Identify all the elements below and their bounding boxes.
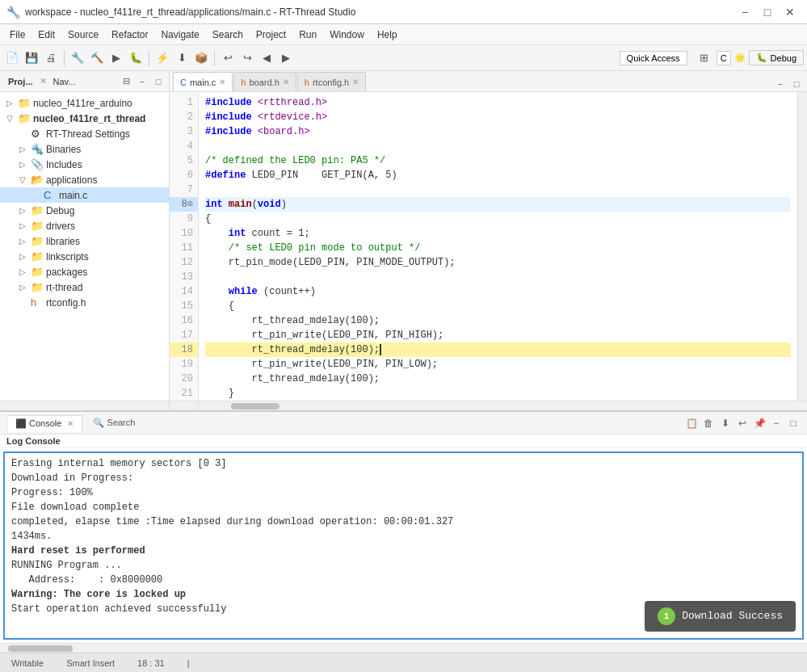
code-line-18: rt_thread_mdelay(100); — [205, 342, 791, 357]
sidebar-maximize-btn[interactable]: □ — [151, 74, 166, 89]
tree-item-packages[interactable]: ▷ 📁 packages — [0, 264, 169, 279]
c-perspective-btn[interactable]: C — [717, 51, 731, 65]
debug-perspective-btn[interactable]: 🐛 Debug — [749, 50, 804, 65]
console-pin-btn[interactable]: 📌 — [752, 416, 767, 430]
console-clear-btn[interactable]: 🗑 — [701, 416, 716, 430]
quick-access-input[interactable]: Quick Access — [620, 51, 687, 65]
tree-item-rt-settings[interactable]: ⚙ RT-Thread Settings — [0, 126, 169, 141]
editor-tab-boardh[interactable]: h board.h ✕ — [233, 72, 296, 91]
code-editor[interactable]: #include <rtthread.h> #include <rtdevice… — [199, 92, 797, 401]
console-output[interactable]: Erasing internal memory sectors [0 3] Do… — [3, 452, 804, 640]
bottom-tab-icons: 📋 🗑 ⬇ ↩ 📌 − □ — [684, 416, 801, 430]
editor-tab-mainc[interactable]: C main.c ✕ — [173, 72, 233, 91]
menu-refactor[interactable]: Refactor — [105, 27, 154, 42]
sidebar-tree: ▷ 📁 nucleo_f411re_arduino ▽ 📁 nucleo_f41… — [0, 92, 169, 401]
toolbar-run-btn[interactable]: ▶ — [107, 49, 125, 67]
sidebar-tab-project[interactable]: Proj... — [3, 75, 38, 88]
menu-search[interactable]: Search — [206, 27, 250, 42]
sidebar-minimize-btn[interactable]: − — [135, 74, 149, 89]
toolbar-forward-btn[interactable]: ▶ — [277, 49, 295, 67]
tree-item-drivers[interactable]: ▷ 📁 drivers — [0, 218, 169, 233]
code-line-14: while (count++) — [205, 284, 791, 299]
close-button[interactable]: ✕ — [780, 4, 801, 20]
menu-project[interactable]: Project — [250, 27, 292, 42]
menu-navigate[interactable]: Navigate — [154, 27, 205, 42]
toolbar-back-btn[interactable]: ◀ — [258, 49, 275, 67]
editor-tab-controls: − □ — [773, 77, 804, 91]
toolbar-package-btn[interactable]: 📦 — [192, 49, 210, 67]
expand-arrow: ▷ — [19, 237, 31, 246]
tab-close-boardh[interactable]: ✕ — [283, 78, 289, 86]
console-maximize-btn[interactable]: □ — [786, 416, 801, 430]
sidebar-tab-nav[interactable]: Nav... — [48, 75, 81, 88]
bottom-tab-console[interactable]: ⬛ Console ✕ — [6, 415, 82, 432]
toolbar-settings-btn[interactable]: 🔧 — [69, 49, 86, 67]
editor-hscrollbar[interactable] — [199, 401, 807, 411]
expand-arrow: ▷ — [19, 252, 31, 261]
status-position: 18 : 31 — [132, 658, 170, 668]
toolbar-chip-btn[interactable]: ⚡ — [153, 49, 171, 67]
maximize-button[interactable]: □ — [757, 4, 778, 20]
settings-icon: ⚙ — [31, 128, 44, 140]
console-minimize-btn[interactable]: − — [769, 416, 784, 430]
toolbar-sep-3 — [214, 50, 215, 66]
toolbar-print-btn[interactable]: 🖨 — [42, 49, 60, 67]
tree-item-includes[interactable]: ▷ 📎 Includes — [0, 157, 169, 172]
sidebar-header: Proj... ✕ Nav... ⊟ − □ — [0, 71, 169, 92]
line-num-4: 4 — [170, 139, 198, 153]
toolbar-new-btn[interactable]: 📄 — [3, 49, 21, 67]
tree-item-binaries[interactable]: ▷ 🔩 Binaries — [0, 141, 169, 157]
code-line-16: rt_thread_mdelay(100); — [205, 313, 791, 328]
console-line-1: Erasing internal memory sectors [0 3] — [11, 456, 796, 471]
tab-close-mainc[interactable]: ✕ — [219, 78, 225, 86]
line-num-21: 21 — [170, 386, 198, 401]
tree-item-rt-thread[interactable]: ▷ 📁 rt-thread — [0, 279, 169, 295]
sidebar-scrollbar[interactable] — [0, 401, 169, 410]
toolbar-undo-btn[interactable]: ↩ — [219, 49, 237, 67]
code-line-2: #include <rtdevice.h> — [205, 110, 791, 124]
console-copy-btn[interactable]: 📋 — [684, 416, 699, 430]
menu-bar: File Edit Source Refactor Navigate Searc… — [0, 24, 807, 45]
sidebar-collapse-btn[interactable]: ⊟ — [119, 74, 133, 89]
tree-item-libraries[interactable]: ▷ 📁 libraries — [0, 233, 169, 249]
minimize-button[interactable]: − — [734, 4, 755, 20]
console-tab-close[interactable]: ✕ — [67, 419, 74, 428]
menu-source[interactable]: Source — [61, 27, 105, 42]
console-line-8: RUNNING Program ... — [11, 558, 796, 573]
editor-minimize-btn[interactable]: − — [773, 77, 788, 91]
console-scroll-btn[interactable]: ⬇ — [718, 416, 733, 430]
toolbar-redo-btn[interactable]: ↪ — [238, 49, 256, 67]
toolbar-save-btn[interactable]: 💾 — [23, 49, 40, 67]
sidebar-tab-sep: ✕ — [40, 76, 47, 86]
tree-item-nucleo-arduino[interactable]: ▷ 📁 nucleo_f411re_arduino — [0, 95, 169, 111]
editor-maximize-btn[interactable]: □ — [789, 77, 804, 91]
tree-item-debug[interactable]: ▷ 📁 Debug — [0, 203, 169, 218]
code-line-4 — [205, 139, 791, 153]
code-line-10: int count = 1; — [205, 226, 791, 241]
editor-tab-rtconfigh[interactable]: h rtconfig.h ✕ — [297, 72, 366, 91]
code-line-6: #define LED0_PIN GET_PIN(A, 5) — [205, 168, 791, 183]
console-hscrollbar[interactable] — [0, 643, 807, 653]
tree-item-applications[interactable]: ▽ 📂 applications — [0, 172, 169, 187]
toolbar-debug-run-btn[interactable]: 🐛 — [127, 49, 145, 67]
toolbar-build-btn[interactable]: 🔨 — [88, 49, 106, 67]
tree-item-linkscripts[interactable]: ▷ 📁 linkscripts — [0, 249, 169, 264]
console-line-4: File download complete — [11, 500, 796, 514]
editor-vscrollbar[interactable] — [797, 92, 807, 401]
menu-edit[interactable]: Edit — [32, 27, 61, 42]
tree-item-mainc[interactable]: C main.c — [0, 187, 169, 203]
menu-window[interactable]: Window — [323, 27, 371, 42]
menu-run[interactable]: Run — [292, 27, 323, 42]
bottom-tab-search[interactable]: 🔍 Search — [84, 414, 144, 431]
toolbar-download-btn[interactable]: ⬇ — [173, 49, 191, 67]
status-extra: | — [183, 658, 195, 668]
folder-icon: 📁 — [31, 266, 44, 278]
menu-help[interactable]: Help — [371, 27, 404, 42]
menu-file[interactable]: File — [3, 27, 32, 42]
tab-close-rtconfigh[interactable]: ✕ — [352, 78, 359, 86]
tree-item-nucleo-rtthread[interactable]: ▽ 📁 nucleo_f411re_rt_thread — [0, 111, 169, 126]
editors-row: Proj... ✕ Nav... ⊟ − □ ▷ 📁 nucleo_f411re… — [0, 71, 807, 410]
perspective-btn[interactable]: ⊞ — [696, 49, 713, 67]
tree-item-rtconfigh[interactable]: h rtconfig.h — [0, 295, 169, 310]
console-wrap-btn[interactable]: ↩ — [735, 416, 750, 430]
